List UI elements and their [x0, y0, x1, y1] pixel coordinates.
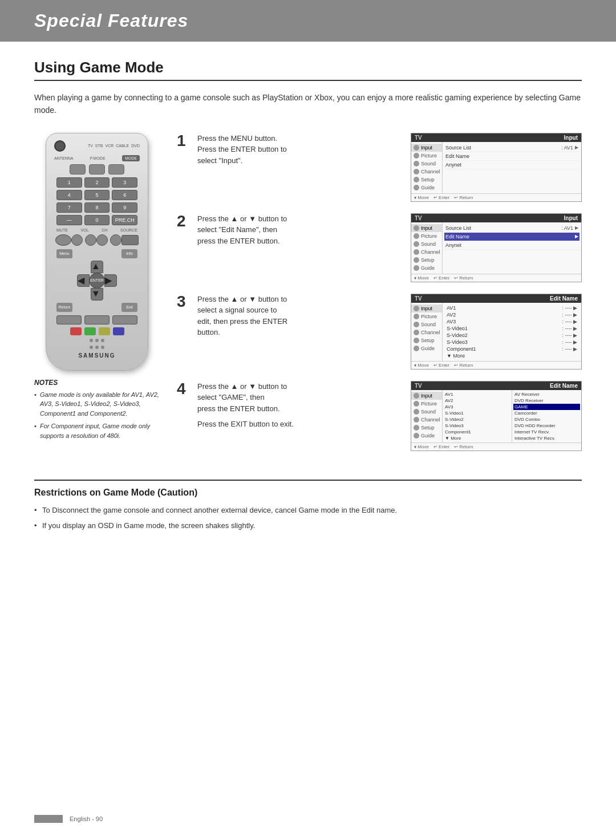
num-8[interactable]: 8: [84, 202, 110, 213]
step-1: 1 Press the MENU button.Press the ENTER …: [177, 133, 582, 202]
nav-up[interactable]: ▲: [91, 261, 103, 273]
mts-button[interactable]: [112, 315, 137, 324]
step-number-3: 3: [177, 294, 191, 310]
footer-bar: [34, 815, 63, 823]
steps-section: 1 Press the MENU button.Press the ENTER …: [177, 133, 582, 462]
restriction-item-2: If you display an OSD in Game mode, the …: [34, 520, 582, 532]
nav-cross: ▲ ◀ ENTER ▶ ▼: [77, 261, 117, 301]
restrictions-section: Restrictions on Game Mode (Caution) To D…: [34, 480, 582, 532]
ch-list-button[interactable]: [84, 315, 110, 324]
num-2[interactable]: 2: [84, 177, 110, 188]
restriction-item-1: To Disconnect the game console and conne…: [34, 505, 582, 517]
tv-labels: TVSTBVCRCABLEDVD: [88, 144, 140, 148]
mute-button[interactable]: [55, 234, 71, 246]
func-row: [52, 315, 142, 324]
vol-up[interactable]: [85, 234, 96, 246]
step-exit-text: Press the EXIT button to exit.: [197, 419, 402, 430]
step-4: 4 Press the ▲ or ▼ button toselect "GAME…: [177, 381, 582, 451]
vol-down[interactable]: [71, 234, 83, 246]
step-content-4: Press the ▲ or ▼ button toselect "GAME",…: [197, 381, 582, 451]
footer-text: English - 90: [70, 815, 103, 822]
main-layout: TVSTBVCRCABLEDVD ANTENNA P.MODE MODE: [34, 133, 582, 462]
enter-button[interactable]: ENTER: [89, 273, 105, 289]
nav-right[interactable]: ▶: [104, 274, 117, 287]
notes-list: Game mode is only available for AV1, AV2…: [34, 390, 160, 441]
ch-up[interactable]: [110, 234, 121, 246]
nav-down[interactable]: ▼: [91, 288, 103, 301]
step-content-1: Press the MENU button.Press the ENTER bu…: [197, 133, 582, 202]
info-button[interactable]: Info: [121, 249, 137, 258]
notes-item-1: Game mode is only available for AV1, AV2…: [34, 390, 160, 419]
nav-left[interactable]: ◀: [77, 274, 90, 287]
page-header: Special Features: [0, 0, 616, 42]
source-button[interactable]: [121, 235, 139, 245]
num-dash[interactable]: —: [56, 215, 82, 225]
step-text-1: Press the MENU button.Press the ENTER bu…: [197, 133, 402, 167]
page-title: Special Features: [34, 10, 593, 31]
step-number-4: 4: [177, 381, 191, 397]
restrictions-title: Restrictions on Game Mode (Caution): [34, 488, 582, 498]
func-btn-3[interactable]: [108, 164, 124, 175]
navigation-area: Menu Info ▲ ◀ ENTER ▶ ▼ Return Exit: [52, 249, 142, 312]
ch-down[interactable]: [96, 234, 108, 246]
brand-label: SAMSUNG: [52, 352, 142, 359]
remote-control: TVSTBVCRCABLEDVD ANTENNA P.MODE MODE: [46, 133, 148, 371]
exit-button[interactable]: Exit: [121, 303, 137, 312]
decorative-dots-2: [52, 346, 142, 349]
color-buttons: [52, 327, 142, 335]
pimode-label: P.MODE: [90, 156, 106, 160]
notes-item-2: For Component input, Game mode only supp…: [34, 421, 160, 440]
num-7[interactable]: 7: [56, 202, 82, 213]
remote-section: TVSTBVCRCABLEDVD ANTENNA P.MODE MODE: [34, 133, 160, 462]
vol-row: MUTE VOL CH SOURCE: [52, 228, 142, 232]
return-button[interactable]: Return: [56, 303, 72, 312]
blue-button[interactable]: [113, 327, 124, 335]
num-5[interactable]: 5: [84, 190, 110, 200]
tv-screen-3: TV Edit Name Input Picture Sound Channel…: [411, 294, 582, 370]
yellow-button[interactable]: [99, 327, 110, 335]
page-footer: English - 90: [34, 815, 582, 823]
green-button[interactable]: [84, 327, 96, 335]
menu-button[interactable]: Menu: [56, 249, 72, 258]
mode-button[interactable]: MODE: [122, 155, 140, 161]
notes-title: NOTES: [34, 379, 160, 387]
num-0[interactable]: 0: [84, 215, 110, 225]
func-btn-2[interactable]: [89, 164, 105, 175]
step-text-4: Press the ▲ or ▼ button toselect "GAME",…: [197, 381, 402, 415]
fav-ch-button[interactable]: [56, 315, 82, 324]
step-text-2: Press the ▲ or ▼ button toselect "Edit N…: [197, 213, 402, 247]
red-button[interactable]: [70, 327, 82, 335]
num-6[interactable]: 6: [112, 190, 137, 200]
step-number-1: 1: [177, 133, 191, 149]
decorative-dots: [52, 339, 142, 342]
num-4[interactable]: 4: [56, 190, 82, 200]
power-button[interactable]: [54, 140, 66, 152]
num-prech[interactable]: PRE.CH: [112, 215, 137, 225]
step-content-3: Press the ▲ or ▼ button toselect a signa…: [197, 294, 582, 370]
step-number-2: 2: [177, 213, 191, 229]
step-content-2: Press the ▲ or ▼ button toselect "Edit N…: [197, 213, 582, 282]
tv-screen-1: TV Input Input Picture Sound Channel Set…: [411, 133, 582, 202]
num-1[interactable]: 1: [56, 177, 82, 188]
tv-screen-4: TV Edit Name Input Picture Sound Channel…: [411, 381, 582, 451]
step-text-3: Press the ▲ or ▼ button toselect a signa…: [197, 294, 402, 338]
num-9[interactable]: 9: [112, 202, 137, 213]
number-grid: 1 2 3 4 5 6 7 8 9 — 0 PRE.CH: [56, 177, 137, 225]
section-title: Using Game Mode: [34, 59, 582, 81]
restrictions-list: To Disconnect the game console and conne…: [34, 505, 582, 532]
antenna-label: ANTENNA: [54, 156, 73, 160]
step-3: 3 Press the ▲ or ▼ button toselect a sig…: [177, 294, 582, 370]
step-2: 2 Press the ▲ or ▼ button toselect "Edit…: [177, 213, 582, 282]
mute-source-row: [52, 234, 142, 246]
notes-section: NOTES Game mode is only available for AV…: [34, 379, 160, 441]
func-btn-1[interactable]: [70, 164, 86, 175]
tv-screen-2: TV Input Input Picture Sound Channel Set…: [411, 213, 582, 282]
num-3[interactable]: 3: [112, 177, 137, 188]
intro-text: When playing a game by connecting to a g…: [34, 91, 582, 117]
